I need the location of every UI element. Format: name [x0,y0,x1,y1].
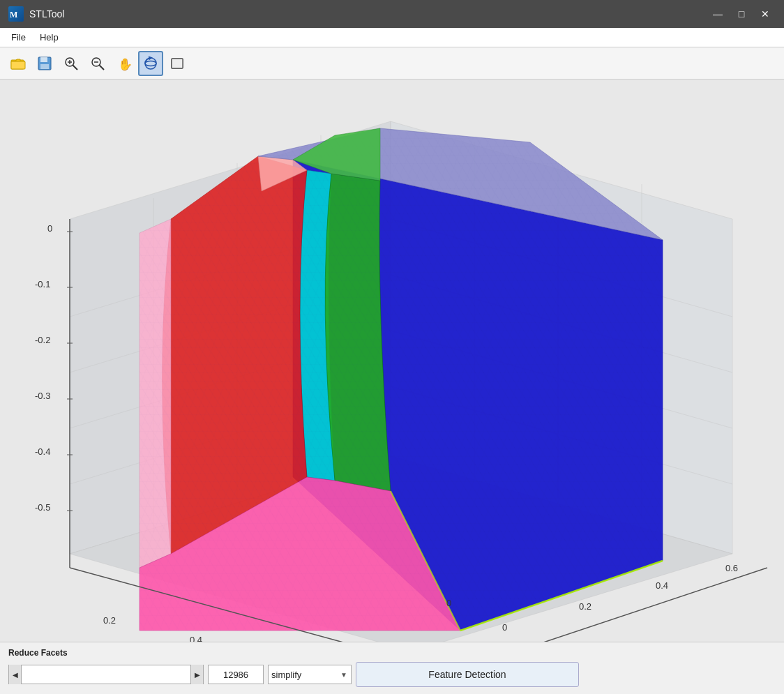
matlab-logo-icon: M [8,6,24,22]
slider-container[interactable]: ◀ ▶ [8,665,204,684]
zoom-in-button[interactable] [59,51,84,76]
minimize-button[interactable]: — [707,5,728,23]
svg-rect-7 [40,64,49,69]
svg-text:0.2: 0.2 [103,615,116,626]
pan-button[interactable]: ✋ [112,51,137,76]
menu-file[interactable]: File [6,31,31,44]
method-select-wrapper: simplify reducepatch [268,665,352,684]
slider-right-arrow[interactable]: ▶ [190,665,203,684]
svg-text:-0.1: -0.1 [35,279,50,289]
rotate-button[interactable] [138,51,163,76]
svg-text:0.4: 0.4 [190,635,202,642]
rotate-icon [143,56,158,71]
title-bar: M STLTool — □ ✕ [0,0,784,28]
svg-line-9 [73,65,78,70]
svg-text:0.4: 0.4 [656,580,668,591]
svg-rect-4 [11,61,25,69]
slider-track[interactable] [22,665,190,684]
menu-bar: File Help [0,28,784,47]
svg-rect-6 [40,57,47,62]
save-button[interactable] [32,51,57,76]
open-icon [10,56,26,71]
svg-text:-0.5: -0.5 [35,502,50,513]
close-button[interactable]: ✕ [755,5,776,23]
maximize-button[interactable]: □ [731,5,752,23]
pan-icon: ✋ [116,56,132,71]
svg-marker-44 [140,219,171,568]
svg-text:0: 0 [446,598,451,608]
bottom-controls: ◀ ▶ simplify reducepatch Feature Detecti… [8,662,776,687]
svg-line-13 [100,65,105,70]
title-bar-left: M STLTool [8,6,64,22]
bottom-panel: Reduce Facets ◀ ▶ simplify reducepatch F… [0,642,784,694]
view-icon [169,56,185,71]
slider-left-arrow[interactable]: ◀ [9,665,22,684]
svg-text:0: 0 [502,622,507,633]
svg-text:-0.2: -0.2 [35,335,50,345]
zoom-out-button[interactable] [85,51,110,76]
open-button[interactable] [6,51,31,76]
svg-text:-0.4: -0.4 [35,446,50,457]
3d-plot-svg[interactable]: 0 -0.1 -0.2 -0.3 -0.4 -0.5 0.2 0.4 0.6 0… [0,80,784,642]
zoom-out-icon [90,56,105,71]
facets-input[interactable] [208,665,264,684]
toolbar: ✋ [0,47,784,80]
svg-text:✋: ✋ [118,57,132,71]
svg-point-17 [145,61,156,66]
svg-text:0.6: 0.6 [725,563,738,573]
svg-text:M: M [10,10,17,20]
save-icon [37,56,52,71]
main-plot-area: 0 -0.1 -0.2 -0.3 -0.4 -0.5 0.2 0.4 0.6 0… [0,80,784,642]
feature-detection-button[interactable]: Feature Detection [356,662,579,687]
svg-rect-20 [172,59,183,68]
svg-text:0: 0 [47,223,52,234]
app-title: STLTool [29,8,64,20]
svg-text:0.2: 0.2 [579,601,591,612]
reduce-facets-label: Reduce Facets [8,648,776,658]
window-controls: — □ ✕ [707,5,776,23]
svg-text:-0.3: -0.3 [35,391,50,401]
method-select[interactable]: simplify reducepatch [268,665,352,684]
zoom-in-icon [63,56,79,71]
menu-help[interactable]: Help [34,31,64,44]
view-button[interactable] [165,51,190,76]
